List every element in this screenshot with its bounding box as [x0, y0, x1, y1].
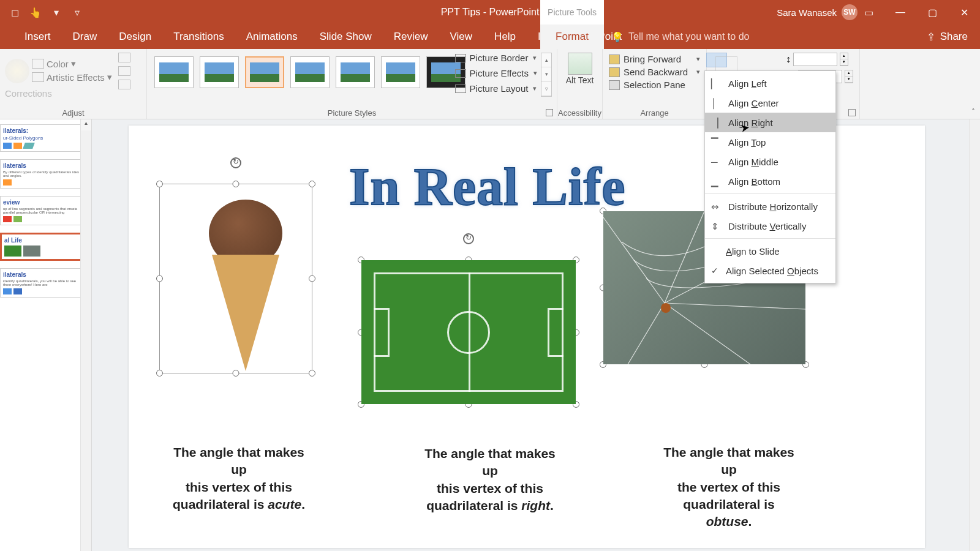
- share-button[interactable]: ⇪ Share: [927, 24, 968, 49]
- send-backward-button[interactable]: Send Backward▾: [608, 66, 701, 78]
- ribbon-tabs: Insert Draw Design Transitions Animation…: [0, 24, 980, 49]
- minimize-button[interactable]: —: [884, 0, 916, 24]
- tab-slideshow[interactable]: Slide Show: [309, 24, 383, 49]
- close-button[interactable]: ✕: [948, 0, 980, 24]
- picture-style-2[interactable]: [200, 56, 239, 88]
- height-spinner[interactable]: ▴▾: [840, 53, 848, 66]
- artistic-effects-button[interactable]: Artistic Effects: [47, 72, 105, 83]
- picture-effects-button[interactable]: Picture Effects▾: [451, 67, 541, 80]
- distribute-vertically-item[interactable]: ⇕Distribute Vertically: [705, 216, 835, 236]
- rotation-handle[interactable]: [463, 233, 474, 244]
- slide-thumbnail[interactable]: ilaterals By different types of identify…: [0, 159, 88, 189]
- change-picture-icon[interactable]: [118, 66, 130, 76]
- tab-review[interactable]: Review: [383, 24, 439, 49]
- thumbnail-scrollbar[interactable]: ▴: [80, 119, 91, 551]
- picture-style-3[interactable]: [245, 56, 284, 88]
- quick-access-toolbar: ◻ 👆 ▾ ▿: [0, 5, 85, 20]
- slide-thumbnail-panel[interactable]: ilaterals:ur-Sided Polygons ilaterals By…: [0, 119, 92, 551]
- align-left-item[interactable]: ▏Align Left: [705, 73, 835, 93]
- style-gallery-scroll[interactable]: ▴▾▿: [541, 53, 552, 97]
- align-right-item[interactable]: ▕Align Right: [705, 113, 835, 132]
- color-button[interactable]: Color: [47, 59, 69, 69]
- picture-style-4[interactable]: [290, 56, 330, 88]
- tab-animations[interactable]: Animations: [235, 24, 309, 49]
- picture-style-6[interactable]: [381, 56, 420, 88]
- group-label-accessibility: Accessibility: [557, 108, 602, 118]
- resize-handle[interactable]: [156, 276, 163, 282]
- align-center-item[interactable]: │Align Center: [705, 93, 835, 113]
- align-right-icon: ▕: [711, 118, 722, 127]
- alt-text-button[interactable]: Alt Text: [566, 76, 594, 85]
- resize-handle[interactable]: [156, 370, 163, 377]
- align-middle-icon: ─: [711, 157, 722, 167]
- picture-style-5[interactable]: [336, 56, 375, 88]
- slide-thumbnail[interactable]: ilaterals identify quadrilaterals, you w…: [0, 268, 88, 298]
- selection-pane-button[interactable]: Selection Pane: [608, 78, 701, 91]
- rotation-handle[interactable]: [230, 157, 241, 168]
- slide-thumbnail[interactable]: ilaterals:ur-Sided Polygons: [0, 124, 88, 152]
- share-label: Share: [940, 31, 968, 43]
- align-to-slide-item[interactable]: Align to Slide: [705, 241, 835, 261]
- tab-insert[interactable]: Insert: [13, 24, 62, 49]
- picture-style-1[interactable]: [154, 56, 194, 88]
- tab-draw[interactable]: Draw: [62, 24, 108, 49]
- align-center-icon: │: [711, 98, 722, 108]
- slide-thumbnail[interactable]: eview up of line segments and segments t…: [0, 196, 88, 225]
- slide-title-text[interactable]: In Real Life: [349, 156, 626, 217]
- resize-handle[interactable]: [309, 370, 315, 377]
- align-top-icon: ▔: [711, 137, 722, 147]
- resize-handle[interactable]: [309, 276, 315, 282]
- caption-obtuse[interactable]: The angle that makes upthe vertex of thi…: [662, 444, 796, 531]
- tab-help[interactable]: Help: [483, 24, 527, 49]
- resize-handle[interactable]: [233, 181, 239, 187]
- qat-customize-icon[interactable]: ▿: [70, 5, 85, 20]
- collapse-ribbon-icon[interactable]: ˄: [971, 108, 975, 116]
- corrections-icon[interactable]: [5, 59, 29, 83]
- tab-design[interactable]: Design: [108, 24, 162, 49]
- slide-canvas-area[interactable]: In Real Life: [92, 119, 980, 551]
- slide-thumbnail-current[interactable]: al Life: [0, 233, 88, 261]
- tab-view[interactable]: View: [439, 24, 484, 49]
- touch-mode-icon[interactable]: 👆: [28, 5, 43, 20]
- align-left-icon: ▏: [711, 78, 722, 88]
- tab-format[interactable]: Format: [540, 24, 604, 49]
- maximize-button[interactable]: ▢: [916, 0, 948, 24]
- picture-border-button[interactable]: Picture Border▾: [451, 51, 541, 64]
- contextual-tab-picture-tools[interactable]: Picture Tools: [540, 0, 604, 24]
- tab-transitions[interactable]: Transitions: [162, 24, 235, 49]
- align-top-item[interactable]: ▔Align Top: [705, 132, 835, 152]
- caption-acute[interactable]: The angle that makes upthis vertex of th…: [172, 444, 306, 513]
- color-icon[interactable]: [32, 59, 44, 69]
- picture-layout-icon: [455, 84, 466, 93]
- picture-border-icon: [455, 54, 466, 62]
- autosave-icon[interactable]: ◻: [7, 5, 22, 20]
- shape-height-input[interactable]: [793, 53, 837, 66]
- align-bottom-item[interactable]: ▁Align Bottom: [705, 171, 835, 191]
- align-middle-item[interactable]: ─Align Middle: [705, 152, 835, 171]
- group-accessibility: Alt Text Accessibility: [557, 49, 603, 119]
- resize-handle[interactable]: [309, 181, 315, 187]
- qat-dropdown-icon[interactable]: ▾: [49, 5, 64, 20]
- group-label-picture-styles: Picture Styles: [147, 108, 557, 118]
- canvas-scrollbar[interactable]: [969, 119, 980, 551]
- alt-text-icon[interactable]: [568, 53, 592, 75]
- user-account[interactable]: Sara Wanasek SW: [777, 4, 858, 20]
- resize-handle[interactable]: [156, 181, 163, 187]
- tell-me-search[interactable]: 💡 Tell me what you want to do: [611, 24, 749, 49]
- ribbon-display-icon[interactable]: ▭: [853, 0, 884, 24]
- selected-image-icecream[interactable]: [159, 184, 312, 373]
- menu-separator: [705, 238, 835, 239]
- size-dialog-launcher[interactable]: [848, 109, 856, 116]
- corrections-button[interactable]: Corrections: [5, 88, 141, 99]
- check-icon: ✓: [711, 266, 720, 276]
- distribute-horizontally-item[interactable]: ⇔Distribute Horizontally: [705, 197, 835, 216]
- selected-image-soccerfield[interactable]: [361, 260, 576, 404]
- picture-layout-button[interactable]: Picture Layout▾: [451, 82, 541, 95]
- bring-forward-button[interactable]: Bring Forward▾: [608, 53, 701, 66]
- width-spinner[interactable]: ▴▾: [845, 70, 853, 83]
- artistic-effects-icon[interactable]: [32, 72, 44, 82]
- picture-styles-dialog-launcher[interactable]: [546, 109, 553, 116]
- compress-pictures-icon[interactable]: [118, 53, 130, 62]
- caption-right[interactable]: The angle that makes upthis vertex of th…: [423, 445, 557, 514]
- align-selected-objects-item[interactable]: ✓Align Selected Objects: [705, 261, 835, 280]
